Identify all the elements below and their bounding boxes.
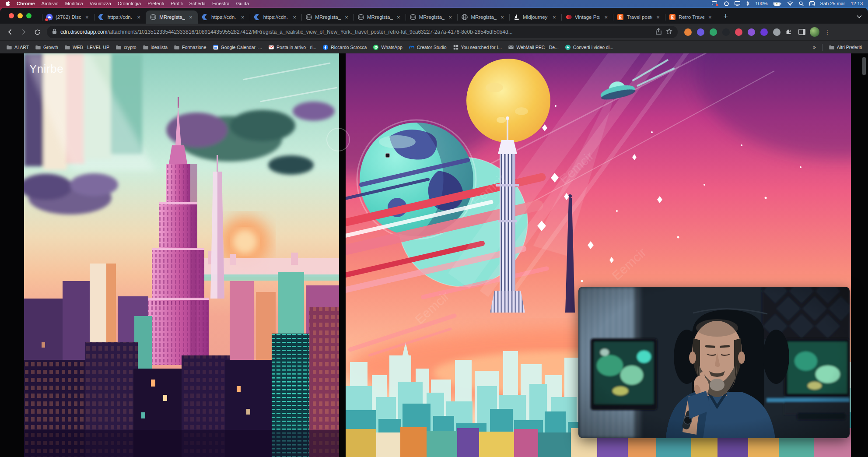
tab-close-icon[interactable]: × [240,14,246,21]
extension-icon-2[interactable] [697,28,704,36]
bookmark-label: Posta in arrivo - ri... [276,45,316,50]
tab-close-icon[interactable]: × [447,14,453,21]
tab-close-icon[interactable]: × [343,14,350,21]
tab-7[interactable]: MRregista_× [354,11,406,24]
bookmark-item[interactable]: Converti i video di... [565,44,613,50]
tab-12[interactable]: Travel poste× [613,11,665,24]
share-button[interactable] [656,28,662,36]
bluetooth-icon[interactable] [746,1,749,6]
left-poster-image: Ynirbe [24,53,339,457]
menu-item-archivio[interactable]: Archivio [42,1,59,6]
menu-item-modifica[interactable]: Modifica [65,1,83,6]
viewer-ring-overlay [326,128,350,151]
traffic-light-close[interactable] [9,13,14,18]
bookmark-item[interactable]: Riccardo Scrocca [322,44,367,50]
wifi-icon[interactable] [787,1,793,6]
bookmark-item[interactable]: idealista [143,44,168,50]
bookmark-label: WEB - LEVEL-UP [73,45,109,50]
bookmark-item[interactable]: AI ART [6,44,29,50]
tab-close-icon[interactable]: × [707,14,713,21]
extension-icon-8[interactable] [773,28,780,36]
reload-button[interactable] [32,26,43,38]
tab-5[interactable]: https://cdn.× [250,11,302,24]
tab-10[interactable]: Midjourney× [509,11,561,24]
bookmarks-overflow-button[interactable]: » [813,44,816,50]
folder-icon [143,44,149,50]
tab-search-button[interactable] [857,12,862,20]
tab-close-icon[interactable]: × [655,14,661,21]
back-button[interactable] [4,26,16,38]
menubar-time[interactable]: 12:13 [850,1,863,6]
menu-item-chrome[interactable]: Chrome [17,1,35,6]
extension-icon-6[interactable] [748,28,755,36]
profile-avatar[interactable] [810,27,819,37]
bookmark-item[interactable]: Formazione [174,44,206,50]
tab-close-icon[interactable]: × [188,14,194,21]
tab-9[interactable]: MRregista_× [457,11,509,24]
tab-11[interactable]: Vintage Pos× [561,11,613,24]
tab-close-icon[interactable]: × [396,14,402,21]
extension-icon-3[interactable] [710,28,717,36]
bookmark-label: Creator Studio [417,45,447,50]
bookmark-item[interactable]: Posta in arrivo - ri... [268,44,316,50]
menu-item-guida[interactable]: Guida [236,1,249,6]
menu-item-finestra[interactable]: Finestra [212,1,230,6]
apple-menu-icon[interactable] [5,0,10,7]
tab-6[interactable]: MRregista_× [301,11,354,24]
menu-item-cronologia[interactable]: Cronologia [118,1,141,6]
tab-3[interactable]: MRregista_× [146,11,198,24]
tab-close-icon[interactable]: × [291,14,298,21]
tab-8[interactable]: MRregista_× [406,11,458,24]
tab-close-icon[interactable]: × [136,14,142,21]
tab-close-icon[interactable]: × [84,14,90,21]
bookmark-item[interactable]: Google Calendar -... [213,44,262,50]
screen-recording-icon[interactable] [712,1,718,6]
tab-strip: (2762) Disc×https://cdn.×MRregista_×http… [0,8,868,24]
url-path: /attachments/1013512335442333816/1089144… [107,29,512,35]
bookmark-item[interactable]: You searched for I... [453,44,502,50]
extension-icon-7[interactable] [760,28,768,36]
menu-item-profili[interactable]: Profili [171,1,183,6]
tab-close-icon[interactable]: × [551,14,557,21]
display-icon[interactable] [735,1,740,6]
tab-label: (2762) Disc [56,14,81,20]
extension-icon-4[interactable] [722,28,730,36]
tab-4[interactable]: https://cdn.× [198,11,250,24]
page-scrollbar-thumb[interactable] [862,57,866,75]
control-center-icon[interactable] [809,1,815,6]
traffic-light-minimize[interactable] [18,13,23,18]
extension-icon-1[interactable] [684,28,692,36]
sidebar-toggle-button[interactable] [796,26,808,38]
battery-percentage: 100% [755,1,767,6]
browser-menu-button[interactable]: ⋮ [822,28,833,35]
extension-icon-5[interactable] [735,28,742,36]
extensions-puzzle-button[interactable] [783,26,794,38]
menu-item-visualizza[interactable]: Visualizza [90,1,111,6]
tab-label: MRregista_ [315,14,341,20]
bookmark-item[interactable]: WEB - LEVEL-UP [64,44,109,50]
tab-13[interactable]: Retro Trave× [665,11,717,24]
crescent-icon [98,14,105,21]
opera-browser-icon[interactable] [724,1,729,6]
menu-item-preferiti[interactable]: Preferiti [147,1,164,6]
bookmark-item[interactable]: WhatsApp [373,44,402,50]
menu-item-scheda[interactable]: Scheda [189,1,206,6]
tab-2[interactable]: https://cdn.× [94,11,146,24]
tab-close-icon[interactable]: × [499,14,505,21]
other-bookmarks-folder[interactable]: Altri Preferiti [829,44,862,50]
forward-button[interactable] [18,26,29,38]
address-bar[interactable]: cdn.discordapp.com/attachments/101351233… [47,26,678,38]
menubar-date[interactable]: Sab 25 mar [820,1,845,6]
etsy-icon [617,14,624,21]
tab-1[interactable]: (2762) Disc× [42,11,94,24]
tab-close-icon[interactable]: × [603,14,609,21]
spotlight-icon[interactable] [799,1,804,6]
bookmark-item[interactable]: Growth [35,44,58,50]
bookmark-label: Growth [43,45,58,50]
traffic-light-zoom[interactable] [26,13,32,18]
bookmark-item[interactable]: Creator Studio [409,44,447,50]
bookmark-star-button[interactable] [666,28,672,36]
bookmark-item[interactable]: WebMail PEC - De... [508,44,559,50]
bookmark-item[interactable]: crypto [116,44,136,50]
new-tab-button[interactable]: + [720,10,732,22]
